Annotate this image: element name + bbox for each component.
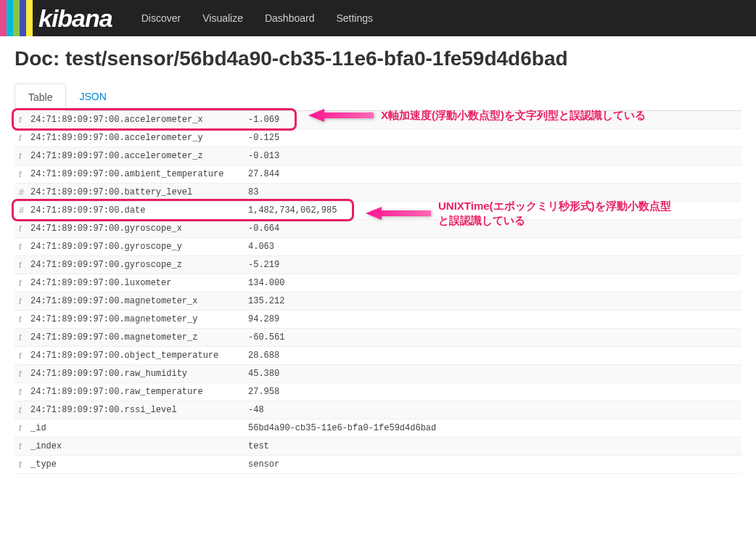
field-name: _index [30, 441, 248, 451]
brand-logo[interactable]: kibana [38, 4, 112, 33]
field-value: -5.219 [248, 260, 737, 270]
field-value: -0.664 [248, 224, 737, 234]
field-row: t24:71:89:09:97:00.magnetometer_y94.289 [15, 311, 741, 329]
field-name: 24:71:89:09:97:00.gyroscope_z [30, 260, 248, 270]
field-row: t24:71:89:09:97:00.raw_humidity45.380 [15, 365, 741, 383]
field-value: 94.289 [248, 314, 737, 324]
field-value: -0.013 [248, 151, 737, 161]
field-name: 24:71:89:09:97:00.rssi_level [30, 405, 248, 415]
field-type-icon: # [19, 187, 30, 197]
field-row: t24:71:89:09:97:00.raw_temperature27.958 [15, 383, 741, 401]
field-row: t24:71:89:09:97:00.accelerometer_x-1.069 [15, 111, 741, 129]
field-type-icon: t [19, 459, 30, 470]
field-name: 24:71:89:09:97:00.magnetometer_x [30, 296, 248, 306]
field-type-icon: t [19, 133, 30, 143]
field-name: 24:71:89:09:97:00.accelerometer_z [30, 151, 248, 161]
field-type-icon: t [19, 405, 30, 415]
field-row: t24:71:89:09:97:00.luxometer134.000 [15, 274, 741, 292]
field-name: 24:71:89:09:97:00.gyroscope_y [30, 242, 248, 252]
field-value: sensor [248, 459, 737, 470]
field-name: 24:71:89:09:97:00.ambient_temperature [30, 169, 248, 179]
field-value: 83 [248, 187, 737, 197]
stripe [7, 0, 13, 36]
field-type-icon: t [19, 296, 30, 306]
stripe [13, 0, 20, 36]
field-value: 27.844 [248, 169, 737, 179]
content: Doc: test/sensor/56bd4a90-cb35-11e6-bfa0… [0, 36, 756, 485]
field-row: t24:71:89:09:97:00.rssi_level-48 [15, 401, 741, 419]
field-type-icon: t [19, 169, 30, 179]
field-value: 135.212 [248, 296, 737, 306]
field-name: 24:71:89:09:97:00.date [30, 205, 248, 216]
field-value: -48 [248, 405, 737, 415]
field-name: 24:71:89:09:97:00.raw_humidity [30, 369, 248, 379]
field-row: t24:71:89:09:97:00.accelerometer_y-0.125 [15, 129, 741, 147]
field-table: t24:71:89:09:97:00.accelerometer_x-1.069… [15, 111, 741, 474]
field-row: t24:71:89:09:97:00.accelerometer_z-0.013 [15, 147, 741, 165]
doc-label: Doc: [15, 47, 59, 70]
content-wrap: t24:71:89:09:97:00.accelerometer_x-1.069… [15, 111, 741, 474]
nav-discover[interactable]: Discover [141, 12, 181, 24]
field-type-icon: t [19, 224, 30, 234]
field-row: t24:71:89:09:97:00.gyroscope_z-5.219 [15, 256, 741, 274]
nav-settings[interactable]: Settings [336, 12, 373, 24]
field-name: 24:71:89:09:97:00.luxometer [30, 278, 248, 288]
field-name: 24:71:89:09:97:00.accelerometer_x [30, 115, 248, 125]
nav-visualize[interactable]: Visualize [202, 12, 243, 24]
field-type-icon: t [19, 387, 30, 397]
field-name: 24:71:89:09:97:00.accelerometer_y [30, 133, 248, 143]
field-value: -60.561 [248, 332, 737, 343]
doc-path: test/sensor/56bd4a90-cb35-11e6-bfa0-1fe5… [65, 47, 568, 70]
field-row: t24:71:89:09:97:00.magnetometer_x135.212 [15, 292, 741, 311]
field-row: #24:71:89:09:97:00.date1,482,734,062,985 [15, 202, 741, 220]
field-value: 4.063 [248, 242, 737, 252]
stripe [0, 0, 7, 36]
field-row: t24:71:89:09:97:00.magnetometer_z-60.561 [15, 329, 741, 347]
field-type-icon: t [19, 423, 30, 433]
field-type-icon: t [19, 260, 30, 270]
field-name: 24:71:89:09:97:00.magnetometer_y [30, 314, 248, 324]
field-type-icon: t [19, 369, 30, 379]
field-row: t24:71:89:09:97:00.gyroscope_x-0.664 [15, 220, 741, 238]
field-name: 24:71:89:09:97:00.magnetometer_z [30, 332, 248, 343]
logo-stripes [0, 0, 33, 36]
field-type-icon: t [19, 278, 30, 288]
tab-table[interactable]: Table [15, 83, 66, 111]
field-value: 27.958 [248, 387, 737, 397]
field-value: -0.125 [248, 133, 737, 143]
stripe [26, 0, 33, 36]
stripe [20, 0, 26, 36]
field-row: t_typesensor [15, 456, 741, 474]
doc-title: Doc: test/sensor/56bd4a90-cb35-11e6-bfa0… [15, 47, 741, 70]
field-name: _id [30, 423, 248, 433]
field-type-icon: t [19, 115, 30, 125]
field-row: t24:71:89:09:97:00.object_temperature28.… [15, 347, 741, 365]
field-value: 56bd4a90-cb35-11e6-bfa0-1fe59d4d6bad [248, 423, 737, 433]
field-name: 24:71:89:09:97:00.raw_temperature [30, 387, 248, 397]
field-row: t24:71:89:09:97:00.gyroscope_y4.063 [15, 238, 741, 256]
field-value: 28.688 [248, 351, 737, 361]
field-type-icon: t [19, 151, 30, 161]
field-row: t_id56bd4a90-cb35-11e6-bfa0-1fe59d4d6bad [15, 419, 741, 438]
field-name: 24:71:89:09:97:00.gyroscope_x [30, 224, 248, 234]
tabs: Table JSON [15, 83, 741, 111]
field-type-icon: t [19, 351, 30, 361]
field-name: 24:71:89:09:97:00.object_temperature [30, 351, 248, 361]
nav-items: Discover Visualize Dashboard Settings [141, 12, 373, 24]
field-name: 24:71:89:09:97:00.battery_level [30, 187, 248, 197]
field-type-icon: t [19, 242, 30, 252]
field-row: #24:71:89:09:97:00.battery_level83 [15, 184, 741, 202]
field-value: 45.380 [248, 369, 737, 379]
field-value: 134.000 [248, 278, 737, 288]
field-value: -1.069 [248, 115, 737, 125]
field-value: 1,482,734,062,985 [248, 205, 737, 216]
field-type-icon: # [19, 205, 30, 216]
field-row: t24:71:89:09:97:00.ambient_temperature27… [15, 165, 741, 184]
field-type-icon: t [19, 332, 30, 343]
tab-json[interactable]: JSON [66, 83, 119, 110]
field-value: test [248, 441, 737, 451]
nav-dashboard[interactable]: Dashboard [265, 12, 315, 24]
field-type-icon: t [19, 441, 30, 451]
field-type-icon: t [19, 314, 30, 324]
field-row: t_indextest [15, 438, 741, 456]
